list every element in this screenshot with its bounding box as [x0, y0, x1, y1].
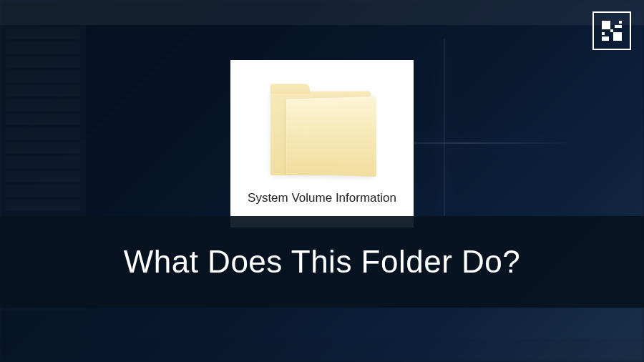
- headline-band: What Does This Folder Do?: [0, 216, 644, 308]
- brand-logo-icon: [602, 21, 622, 41]
- folder-icon: [265, 82, 379, 182]
- brand-logo: [592, 11, 631, 50]
- headline-text: What Does This Folder Do?: [124, 244, 521, 280]
- folder-name-label: System Volume Information: [248, 191, 396, 205]
- folder-card: System Volume Information: [230, 60, 414, 228]
